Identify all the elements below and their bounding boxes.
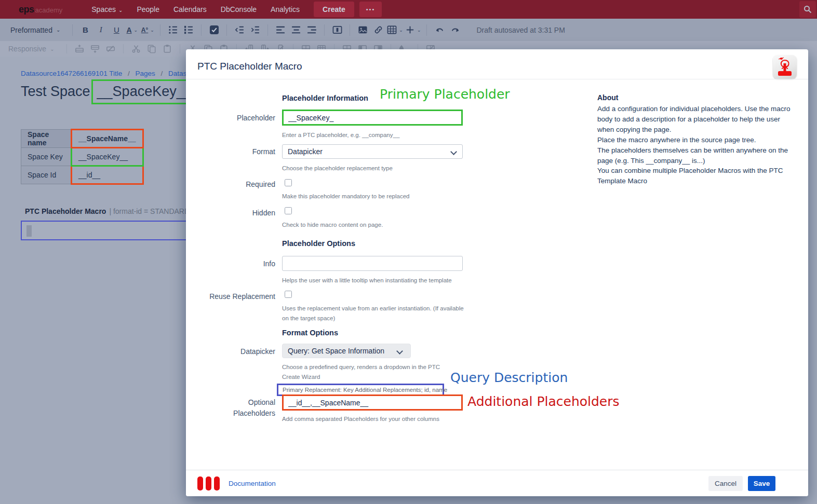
toolbar-separator (324, 24, 325, 36)
cancel-button[interactable]: Cancel (708, 476, 743, 491)
align-left-button[interactable] (274, 23, 287, 37)
insert-link-button[interactable] (371, 23, 385, 37)
annotation-additional-placeholders: Additional Placeholders (467, 394, 620, 409)
table-row: Space Id __id__ (21, 166, 143, 184)
cut-row-button[interactable] (129, 43, 143, 55)
redo-button[interactable] (448, 23, 462, 37)
toolbar-separator (123, 44, 124, 53)
search-icon (803, 5, 812, 13)
page-layout-button[interactable] (330, 23, 344, 37)
more-menu-button[interactable]: ••• (359, 2, 382, 17)
indent-button[interactable] (248, 23, 262, 37)
undo-button[interactable] (433, 23, 446, 37)
section-placeholder-information: Placeholder Information (282, 94, 368, 102)
page-title: Test Space__SpaceKey__ (21, 84, 201, 100)
insert-row-below-button[interactable] (88, 43, 102, 55)
documentation-link[interactable]: Documentation (229, 480, 276, 487)
chevron-down-icon: ⌄ (56, 27, 60, 33)
create-button[interactable]: Create (314, 2, 354, 17)
toolbar-separator (66, 44, 67, 53)
character-style-button[interactable]: A°⌄ (141, 23, 154, 37)
toolbar-separator (226, 24, 227, 36)
undo-icon (435, 25, 445, 35)
macro-params: | format-id = STANDARD (109, 207, 190, 215)
align-right-button[interactable] (305, 23, 318, 37)
section-format-options: Format Options (282, 329, 338, 337)
format-select[interactable]: Datapicker (282, 144, 463, 159)
nav-item-people[interactable]: People (137, 5, 159, 13)
bold-button[interactable]: B (78, 23, 92, 37)
remove-row-button[interactable] (104, 43, 117, 55)
info-field-label: Info (187, 260, 275, 268)
annotation-query-description: Query Description (450, 370, 568, 385)
bullet-list-button[interactable] (166, 23, 180, 37)
datapicker-help: Choose a predefined query, renders a dro… (282, 362, 456, 382)
copy-row-button[interactable] (145, 43, 158, 55)
chevron-down-icon: ⌄ (134, 28, 138, 33)
logo[interactable]: eps academy (19, 4, 62, 15)
editor-toolbar: Preformatted⌄ B I U A⌄ A°⌄ ⌄ ⌄ Draft aut… (0, 19, 817, 41)
title-highlight-annotation: __SpaceKey__ (91, 79, 201, 104)
ptc-macro-block[interactable]: PTC Placeholder Macro | format-id = STAN… (21, 206, 188, 240)
task-list-button[interactable] (207, 23, 221, 37)
hidden-help: Check to hide macro content on page. (282, 220, 383, 230)
autosave-status: Draft autosaved at 3:31 PM (476, 26, 565, 34)
required-checkbox[interactable] (285, 179, 292, 186)
optional-placeholders-input[interactable] (282, 394, 463, 411)
info-input[interactable] (282, 256, 463, 271)
toolbar-separator (350, 24, 350, 36)
underline-button[interactable]: U (110, 23, 123, 37)
align-left-icon (276, 25, 286, 35)
table-style-dropdown[interactable]: Responsive⌄ (8, 45, 55, 53)
breadcrumb-link-pages[interactable]: Pages (135, 70, 155, 77)
hidden-checkbox[interactable] (285, 207, 292, 214)
insert-more-button[interactable]: ⌄ (405, 23, 421, 37)
outdent-button[interactable] (233, 23, 246, 37)
breadcrumb-link-datasource[interactable]: Datasource1647266169101 Title (21, 70, 122, 77)
about-heading: About (597, 93, 793, 102)
image-icon (358, 25, 368, 35)
align-center-button[interactable] (289, 23, 303, 37)
optional-placeholders-label-line2: Placeholders (187, 409, 275, 417)
numbered-list-icon (184, 25, 194, 35)
text-color-button[interactable]: A⌄ (125, 23, 139, 37)
save-button[interactable]: Save (748, 476, 775, 491)
section-placeholder-options: Placeholder Options (282, 239, 355, 248)
table-value-cell: __SpaceName__ (72, 130, 143, 148)
remove-row-icon (106, 44, 115, 53)
numbered-list-button[interactable] (182, 23, 195, 37)
align-right-icon (307, 25, 317, 35)
table-header-cell: Space name (21, 130, 72, 148)
about-panel: About Add a configuration for individual… (597, 93, 793, 186)
macro-title: PTC Placeholder Macro (25, 207, 106, 215)
reuse-replacement-field-label: Reuse Replacement (187, 292, 275, 301)
indent-icon (250, 25, 260, 35)
insert-row-above-button[interactable] (73, 43, 86, 55)
required-help: Make this placeholder mandatory to be re… (282, 192, 409, 201)
optional-placeholders-help: Add comma separated Placeholders for you… (282, 414, 439, 424)
placeholder-input[interactable] (282, 110, 463, 126)
insert-row-above-icon (75, 44, 84, 53)
placeholder-help: Enter a PTC placeholder, e.g. __company_… (282, 130, 399, 140)
table-header-cell: Space Id (21, 166, 72, 184)
nav-item-calendars[interactable]: Calendars (173, 5, 207, 13)
table-row: Space name __SpaceName__ (21, 130, 143, 148)
nav-item-spaces[interactable]: Spaces⌄ (91, 5, 123, 13)
reuse-replacement-checkbox[interactable] (285, 291, 292, 298)
breadcrumb-separator: / (161, 70, 163, 77)
nav-item-analytics[interactable]: Analytics (271, 5, 300, 13)
paste-row-button[interactable] (160, 43, 174, 55)
datapicker-select[interactable]: Query: Get Space Information (282, 344, 411, 358)
format-help: Choose the placeholder replacement type (282, 164, 393, 173)
reuse-replacement-help: Uses the replacement value from an earli… (282, 304, 464, 323)
annotation-primary-placeholder: Primary Placeholder (380, 87, 510, 102)
nav-item-dbconsole[interactable]: DbConsole (221, 5, 257, 13)
insert-image-button[interactable] (356, 23, 369, 37)
insert-table-button[interactable]: ⌄ (387, 23, 403, 37)
macro-body[interactable] (21, 221, 188, 240)
top-navigation: eps academy Spaces⌄ People Calendars DbC… (0, 0, 817, 19)
italic-button[interactable]: I (94, 23, 108, 37)
breadcrumb-separator: / (128, 70, 130, 77)
block-style-dropdown[interactable]: Preformatted⌄ (10, 26, 60, 34)
search-button[interactable] (799, 1, 816, 18)
